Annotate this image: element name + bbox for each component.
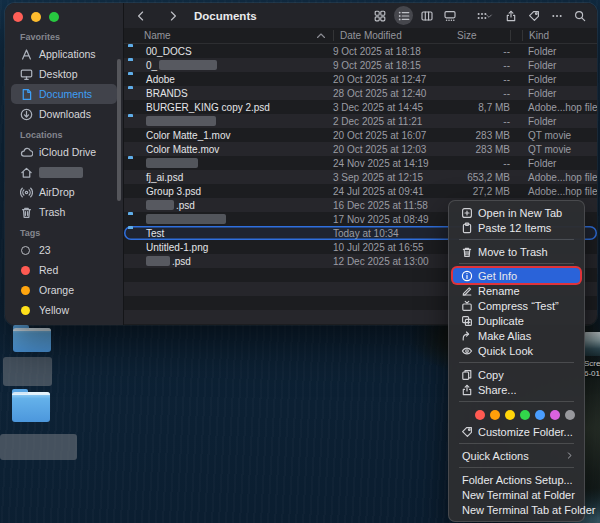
more-button[interactable] xyxy=(548,7,566,25)
file-size: -- xyxy=(453,74,510,85)
airdrop-icon xyxy=(19,185,33,199)
sidebar-item-redacted[interactable] xyxy=(11,162,117,182)
desktop-folder-icon[interactable] xyxy=(12,392,50,422)
downloads-icon xyxy=(19,107,33,121)
menu-item-make-alias[interactable]: Make Alias xyxy=(453,328,580,343)
table-row[interactable]: BURGER_KING copy 2.psd3 Dec 2025 at 14:4… xyxy=(124,100,597,114)
tag-color-button[interactable] xyxy=(490,410,500,420)
file-date-modified: 10 Jul 2025 at 16:55 xyxy=(333,242,453,253)
menu-item-label: Paste 12 Items xyxy=(478,222,551,234)
menu-item-open-in-new-tab[interactable]: Open in New Tab xyxy=(453,205,580,220)
redacted-name xyxy=(146,158,198,168)
tag-color-button[interactable] xyxy=(550,410,560,420)
table-row[interactable]: Group 3.psd24 Jul 2025 at 09:4127,2 MBAd… xyxy=(124,184,597,198)
table-row[interactable]: Color Matte.mov20 Oct 2025 at 12:03283 M… xyxy=(124,142,597,156)
menu-item-quick-actions[interactable]: Quick Actions xyxy=(453,448,580,463)
table-row[interactable]: 2 Dec 2025 at 11:21--Folder xyxy=(124,114,597,128)
menu-item-quick-look[interactable]: Quick Look xyxy=(453,343,580,358)
context-menu: Open in New TabPaste 12 ItemsMove to Tra… xyxy=(448,200,585,522)
desktop-redacted-item[interactable] xyxy=(3,357,52,386)
table-row[interactable]: 0_9 Oct 2025 at 18:15--Folder xyxy=(124,58,597,72)
table-row[interactable]: fj_ai.psd3 Sep 2025 at 12:15653,2 MBAdob… xyxy=(124,170,597,184)
table-row[interactable]: BRANDS28 Oct 2025 at 12:40--Folder xyxy=(124,86,597,100)
forward-button[interactable] xyxy=(164,7,182,25)
table-row[interactable]: 00_DOCS9 Oct 2025 at 18:18--Folder xyxy=(124,44,597,58)
menu-item-rename[interactable]: Rename xyxy=(453,283,580,298)
sidebar-item-23[interactable]: 23 xyxy=(11,240,117,260)
menu-item-folder-actions-setup[interactable]: Folder Actions Setup... xyxy=(453,472,580,487)
sidebar-item-downloads[interactable]: Downloads xyxy=(11,104,117,124)
sidebar-item-orange[interactable]: Orange xyxy=(11,280,117,300)
file-kind: Adobe...hop file xyxy=(522,172,597,183)
file-date-modified: 20 Oct 2025 at 12:03 xyxy=(333,144,453,155)
table-row[interactable]: 24 Nov 2025 at 14:19--Folder xyxy=(124,156,597,170)
tag-color-button[interactable] xyxy=(520,410,530,420)
sidebar-item-desktop[interactable]: Desktop xyxy=(11,64,117,84)
sidebar-item-documents[interactable]: Documents xyxy=(11,84,117,104)
close-window-button[interactable] xyxy=(13,12,23,22)
menu-item-label: Rename xyxy=(478,285,520,297)
column-header-kind[interactable]: Kind xyxy=(522,30,597,41)
file-icon-cell xyxy=(128,46,144,57)
menu-item-customize-folder[interactable]: Customize Folder... xyxy=(453,424,580,439)
tag-button[interactable] xyxy=(525,7,543,25)
column-header-name[interactable]: Name xyxy=(144,30,333,42)
menu-item-new-terminal-tab-at-folder[interactable]: New Terminal Tab at Folder xyxy=(453,502,580,517)
file-date-modified: 20 Oct 2025 at 16:07 xyxy=(333,130,453,141)
grid-view-button[interactable] xyxy=(371,7,389,25)
tag-color-button[interactable] xyxy=(535,410,545,420)
file-name: Group 3.psd xyxy=(144,186,333,197)
trash-icon xyxy=(460,245,473,258)
back-button[interactable] xyxy=(132,7,150,25)
sidebar-item-label: Trash xyxy=(39,206,65,218)
file-name xyxy=(144,116,333,126)
sort-ascending-icon xyxy=(315,30,327,42)
sidebar-item-icloud-drive[interactable]: iCloud Drive xyxy=(11,142,117,162)
gallery-view-button[interactable] xyxy=(441,7,459,25)
tag-color-button[interactable] xyxy=(505,410,515,420)
share-button[interactable] xyxy=(502,7,520,25)
tag-color-button[interactable] xyxy=(475,410,485,420)
applications-icon xyxy=(19,47,33,61)
file-name xyxy=(144,158,333,168)
list-view-button[interactable] xyxy=(394,6,413,25)
table-row[interactable]: Color Matte_1.mov20 Oct 2025 at 16:07283… xyxy=(124,128,597,142)
file-date-modified: 12 Dec 2025 at 13:00 xyxy=(333,256,453,267)
minimize-window-button[interactable] xyxy=(31,12,41,22)
menu-item-new-terminal-at-folder[interactable]: New Terminal at Folder xyxy=(453,487,580,502)
compress-icon xyxy=(460,299,473,312)
menu-item-get-info[interactable]: Get Info xyxy=(453,268,580,283)
column-view-button[interactable] xyxy=(418,7,436,25)
menu-item-compress-test[interactable]: Compress “Test” xyxy=(453,298,580,313)
share-icon xyxy=(505,10,517,22)
menu-item-copy[interactable]: Copy xyxy=(453,367,580,382)
sidebar-item-airdrop[interactable]: AirDrop xyxy=(11,182,117,202)
menu-item-paste-12-items[interactable]: Paste 12 Items xyxy=(453,220,580,235)
sidebar-item-yellow[interactable]: Yellow xyxy=(11,300,117,320)
desktop-folder-icon[interactable] xyxy=(13,328,51,352)
zoom-window-button[interactable] xyxy=(49,12,59,22)
column-header-date-modified[interactable]: Date Modified xyxy=(333,30,453,41)
menu-item-duplicate[interactable]: Duplicate xyxy=(453,313,580,328)
file-kind: QT movie xyxy=(522,130,597,141)
menu-separator xyxy=(459,443,574,444)
file-name: Test xyxy=(144,228,333,239)
menu-item-label: Make Alias xyxy=(478,330,531,342)
search-button[interactable] xyxy=(571,7,589,25)
group-by-button[interactable] xyxy=(471,7,497,25)
menu-item-share[interactable]: Share... xyxy=(453,382,580,397)
file-kind: Folder xyxy=(522,88,597,99)
sidebar-scrollbar[interactable] xyxy=(117,59,121,201)
desktop-redacted-item[interactable] xyxy=(0,434,77,460)
menu-item-move-to-trash[interactable]: Move to Trash xyxy=(453,244,580,259)
file-date-modified: 3 Dec 2025 at 14:45 xyxy=(333,102,453,113)
table-row[interactable]: Adobe20 Oct 2025 at 12:47--Folder xyxy=(124,72,597,86)
tag-color-dot xyxy=(21,286,30,295)
sidebar-item-trash[interactable]: Trash xyxy=(11,202,117,222)
tag-color-button[interactable] xyxy=(565,410,575,420)
sidebar-item-applications[interactable]: Applications xyxy=(11,44,117,64)
sidebar-item-label: Documents xyxy=(39,88,92,100)
desktop-item-screenshot[interactable]: Scre 6-01 xyxy=(584,332,600,379)
sidebar-item-red[interactable]: Red xyxy=(11,260,117,280)
column-header-size[interactable]: Size xyxy=(453,30,510,41)
